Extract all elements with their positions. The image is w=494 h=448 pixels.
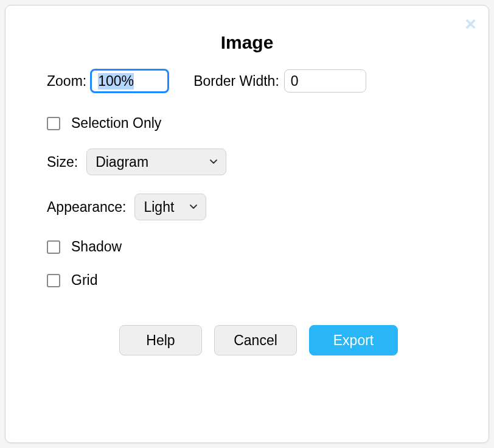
cancel-button[interactable]: Cancel <box>214 325 297 355</box>
size-select-value: Diagram <box>96 154 148 170</box>
appearance-select[interactable]: Light <box>134 194 206 220</box>
image-export-dialog: × Image Zoom: Border Width: Selection On… <box>5 5 489 443</box>
dialog-title: Image <box>24 32 470 53</box>
close-icon[interactable]: × <box>465 14 476 33</box>
shadow-row: Shadow <box>47 239 470 255</box>
button-row: Help Cancel Export <box>47 325 470 355</box>
chevron-down-icon <box>190 205 197 209</box>
zoom-label: Zoom: <box>47 73 86 89</box>
border-width-label: Border Width: <box>193 73 279 89</box>
shadow-label: Shadow <box>71 239 122 255</box>
selection-only-label: Selection Only <box>71 115 161 131</box>
border-width-input[interactable] <box>284 69 366 93</box>
zoom-input[interactable] <box>90 69 169 93</box>
help-button[interactable]: Help <box>119 325 202 355</box>
selection-only-checkbox[interactable] <box>47 117 60 130</box>
size-row: Size: Diagram <box>47 149 470 175</box>
zoom-border-row: Zoom: Border Width: <box>47 69 470 93</box>
shadow-checkbox[interactable] <box>47 240 60 254</box>
appearance-label: Appearance: <box>47 199 126 215</box>
size-select[interactable]: Diagram <box>86 149 226 175</box>
grid-label: Grid <box>71 272 97 289</box>
grid-checkbox[interactable] <box>47 274 60 287</box>
selection-only-row: Selection Only <box>47 115 470 131</box>
dialog-content: Zoom: Border Width: Selection Only Size:… <box>47 69 470 355</box>
appearance-row: Appearance: Light <box>47 194 470 220</box>
grid-row: Grid <box>47 272 470 289</box>
appearance-select-value: Light <box>144 199 174 215</box>
size-label: Size: <box>47 154 78 170</box>
export-button[interactable]: Export <box>309 325 398 355</box>
chevron-down-icon <box>210 159 217 164</box>
